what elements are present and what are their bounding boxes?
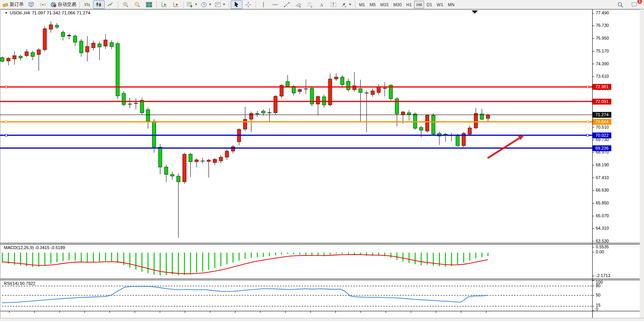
main-toolbar: 新订单自动交易▼▼▼EFAT▼M1M5M15M30H1H4D1W1MN1 — [0, 0, 644, 9]
search-button[interactable] — [614, 0, 626, 9]
svg-text:E: E — [299, 5, 301, 8]
toolbar-separator — [79, 1, 80, 8]
annotation-arrow[interactable] — [488, 135, 525, 158]
text-icon: A — [319, 2, 325, 8]
chart-shift-marker[interactable] — [472, 10, 478, 14]
tile-windows-button[interactable] — [143, 0, 155, 9]
ohlc-quotes-label: 71.097 71.342 71.066 71.274 — [32, 10, 90, 15]
price-tick-label: 64.310 — [596, 226, 609, 230]
zoom-in-button[interactable] — [120, 0, 132, 9]
axis-ticks — [9, 13, 594, 313]
rsi-indicator-label: RSI(14) 50.7922 — [4, 281, 35, 286]
chart-line-icon — [107, 2, 114, 8]
chart-bars-icon — [84, 2, 90, 8]
chevron-down-icon[interactable]: ▼ — [223, 3, 226, 6]
tile-windows-icon — [146, 2, 152, 8]
timeframe-m15-button[interactable]: M15 — [378, 1, 391, 9]
toolbar-separator — [256, 1, 256, 8]
toolbar-separator — [183, 1, 184, 8]
timeframe-m30-button[interactable]: M30 — [391, 1, 404, 9]
price-tick-label: 63.530 — [596, 239, 609, 243]
rsi-scale-label: 80 — [596, 283, 600, 288]
vertical-line-button[interactable] — [258, 0, 269, 9]
arrows-button[interactable]: ▼ — [339, 0, 353, 9]
bar-chart-button[interactable] — [81, 0, 93, 9]
hline-72.981[interactable] — [0, 86, 592, 88]
equidistant-channel-button[interactable]: E — [293, 0, 304, 9]
cursor-icon — [233, 2, 240, 8]
trend-line-icon — [284, 2, 290, 8]
price-tick-label: 66.630 — [596, 188, 609, 192]
price-tick-label: 67.410 — [596, 175, 609, 180]
rsi-scale-label: 50 — [596, 293, 600, 297]
timeframe-h1-button[interactable]: H1 — [404, 1, 414, 9]
chart-canvas[interactable] — [0, 0, 644, 321]
auto-scroll-button[interactable] — [158, 0, 170, 9]
candlestick-series — [1, 21, 490, 238]
macd-scale-label: -2.1713 — [596, 273, 610, 278]
hline-70.844[interactable] — [0, 121, 592, 123]
macd-scale-label: 0.5535 — [596, 244, 609, 249]
signals-button[interactable] — [37, 0, 49, 9]
status-strip — [0, 318, 644, 321]
price-tick-label: 75.950 — [596, 36, 609, 40]
price-tick-label: 73.610 — [596, 74, 609, 79]
timeframe-m1-button[interactable]: M1 — [357, 1, 367, 9]
channel-icon: E — [295, 2, 302, 8]
price-tick-label: 76.730 — [596, 23, 609, 28]
market-watch-icon — [28, 2, 34, 8]
signal-icon — [40, 2, 46, 8]
text-button[interactable]: A — [316, 0, 328, 9]
metaeditor-button[interactable] — [25, 0, 37, 9]
chevron-down-icon[interactable]: ▼ — [5, 11, 8, 15]
new-order-button-label: 新订单 — [10, 1, 24, 8]
periods-button[interactable]: ▼ — [199, 0, 213, 9]
fibonacci-button[interactable]: F — [304, 0, 316, 9]
price-badge-69.236: 69.236 — [593, 145, 611, 151]
chat-button[interactable]: 1 — [628, 0, 640, 9]
autotrade-icon — [50, 2, 56, 8]
horizontal-line-button[interactable] — [269, 0, 281, 9]
timeframe-d1-button[interactable]: D1 — [424, 1, 434, 9]
timeframe-h4-button[interactable]: H4 — [414, 1, 424, 9]
fibonacci-icon: F — [307, 2, 313, 8]
price-badge-71.274: 71.274 — [593, 112, 611, 118]
zoom-out-icon — [134, 2, 140, 8]
macd-indicator-label: MACD(12,26,9) -0.3415 -0.5189 — [4, 245, 65, 250]
text-label-icon: T — [330, 2, 337, 8]
indicators-button[interactable]: ▼ — [185, 0, 199, 9]
toolbar-separator — [355, 1, 355, 8]
svg-text:A: A — [320, 2, 323, 7]
candlestick-chart-button[interactable] — [93, 0, 105, 9]
autotrading-button-label: 自动交易 — [58, 1, 76, 8]
arrows-icon — [341, 2, 347, 8]
crosshair-button[interactable] — [242, 0, 254, 9]
chevron-down-icon[interactable]: ▼ — [349, 3, 352, 6]
horizontal-line-icon — [272, 2, 278, 8]
chevron-down-icon[interactable]: ▼ — [209, 3, 212, 6]
vertical-line-icon — [260, 2, 267, 8]
templates-button[interactable]: ▼ — [213, 0, 227, 9]
trendline-button[interactable] — [281, 0, 293, 9]
cursor-button[interactable] — [231, 0, 242, 9]
timeframe-mn-button[interactable]: MN — [446, 1, 457, 9]
indicators-add-icon — [187, 2, 193, 8]
macd-scale-label: 0.00 — [596, 249, 604, 254]
zoom-out-button[interactable] — [132, 0, 143, 9]
toolbar-separator — [118, 1, 118, 8]
chart-shift-button[interactable] — [170, 0, 182, 9]
timeframe-m5-button[interactable]: M5 — [367, 1, 378, 9]
text-label-button[interactable]: T — [328, 0, 339, 9]
hline-70.022[interactable] — [0, 134, 592, 136]
autotrading-button[interactable]: 自动交易 — [49, 0, 78, 9]
auto-scroll-icon — [161, 2, 167, 8]
price-tick-label: 75.170 — [596, 49, 609, 53]
timeframe-w1-button[interactable]: W1 — [434, 1, 446, 9]
crosshair-icon — [245, 2, 251, 8]
rsi-line — [2, 286, 488, 303]
periods-clock-icon — [201, 2, 207, 8]
chevron-down-icon[interactable]: ▼ — [195, 3, 198, 6]
line-chart-button[interactable] — [105, 0, 116, 9]
new-order-button[interactable]: 新订单 — [1, 0, 25, 9]
price-tick-label: 65.070 — [596, 213, 609, 218]
